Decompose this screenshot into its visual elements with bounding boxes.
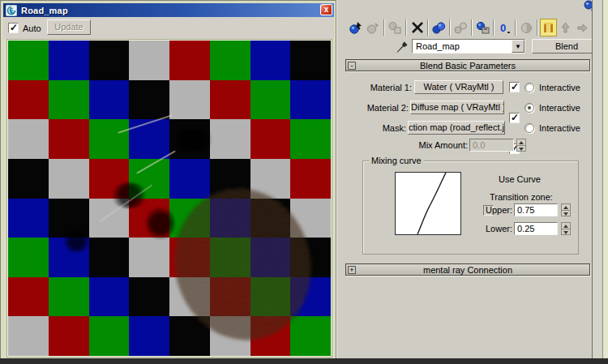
- mask-interactive-radio[interactable]: [525, 123, 534, 133]
- material2-button[interactable]: Diffuse map ( VRayMtl ): [410, 101, 504, 114]
- toolbar-divider: [493, 19, 495, 36]
- toolbar-divider: [383, 19, 385, 36]
- use-curve-label: Use Curve: [499, 174, 541, 184]
- checker-cell: [8, 41, 49, 80]
- checker-cell: [250, 41, 291, 80]
- checker-cell: [290, 80, 331, 120]
- transition-zone-label: Transition zone:: [490, 192, 553, 202]
- put-to-library-icon[interactable]: [474, 19, 491, 36]
- preview-toolbar: Auto Update: [3, 17, 334, 39]
- material2-interactive-label: Interactive: [539, 103, 580, 113]
- auto-checkbox-label: Auto: [23, 24, 41, 33]
- material-preview: [7, 40, 332, 357]
- checker-cell: [49, 41, 89, 80]
- mixing-curve-group-label: Mixing curve: [369, 156, 424, 165]
- material1-enable-checkbox[interactable]: [509, 82, 520, 92]
- rollout-title: mental ray Connection: [346, 265, 589, 275]
- mask-label: Mask:: [349, 123, 406, 133]
- upper-spinner[interactable]: [561, 203, 571, 216]
- checker-cell: [8, 277, 49, 317]
- material-sample-sphere: [28, 65, 322, 357]
- window-titlebar[interactable]: Road_map x: [3, 3, 334, 17]
- material1-label: Material 1:: [340, 83, 412, 92]
- lower-spinner[interactable]: [561, 222, 571, 235]
- show-end-result-icon[interactable]: [540, 19, 557, 36]
- material1-interactive-radio[interactable]: [525, 83, 534, 92]
- texture-scratch: [136, 151, 176, 174]
- mix-amount-spinner[interactable]: [516, 139, 526, 152]
- material-editor-screen: ◄ ►: [0, 0, 608, 364]
- toolbar-divider: [427, 19, 429, 36]
- texture-blotch: [169, 130, 216, 150]
- texture-scratch: [118, 115, 172, 135]
- material-id-channel-icon[interactable]: 0: [496, 19, 513, 36]
- toolbar-divider: [405, 19, 407, 36]
- checker-cell: [8, 80, 49, 120]
- checker-cell: [290, 41, 331, 80]
- window-title: Road_map: [21, 6, 68, 15]
- update-button[interactable]: Update: [47, 19, 91, 35]
- roadmap-preview-window: Road_map x Auto Update: [0, 0, 336, 359]
- mixing-curve-path: [396, 173, 460, 234]
- rollout-mental-ray-connection[interactable]: + mental ray Connection: [345, 263, 590, 276]
- material2-enable-checkbox[interactable]: [509, 113, 520, 123]
- show-map-in-viewport-icon[interactable]: [518, 19, 535, 36]
- window-frame-edge: [602, 0, 608, 364]
- go-forward-to-sibling-icon[interactable]: [574, 19, 591, 36]
- toolbar-divider: [449, 19, 451, 36]
- upper-field[interactable]: 0.75: [514, 203, 558, 216]
- toolbar-divider: [537, 19, 538, 36]
- assign-material-to-selection-icon[interactable]: [387, 19, 404, 36]
- mask-button[interactable]: ction map (road_reflect.jpg): [408, 121, 505, 135]
- toolbar-divider: [471, 19, 473, 36]
- rollout-blend-basic-parameters[interactable]: - Blend Basic Parameters: [345, 59, 590, 71]
- put-material-to-scene-icon[interactable]: [365, 19, 382, 36]
- texture-blotch: [63, 229, 90, 253]
- upper-label: Upper:: [462, 205, 512, 215]
- panel-edge-column: [593, 0, 602, 364]
- texture-blotch: [146, 206, 175, 241]
- material1-interactive-label: Interactive: [539, 83, 580, 92]
- mask-interactive-label: Interactive: [539, 123, 580, 133]
- mixing-curve-display: [395, 172, 461, 235]
- lower-label: Lower:: [462, 224, 512, 233]
- lower-field[interactable]: 0.25: [514, 222, 558, 235]
- reset-material-icon[interactable]: [409, 19, 426, 36]
- material2-interactive-radio[interactable]: [525, 103, 534, 113]
- window-app-icon: [6, 5, 17, 16]
- combo-dropdown-arrow[interactable]: ▼: [512, 40, 525, 53]
- make-unique-icon[interactable]: [452, 19, 469, 36]
- material-name-value: Road_map: [416, 41, 460, 51]
- desktop-edge-strip: [0, 358, 608, 364]
- go-to-parent-icon[interactable]: [557, 19, 574, 36]
- rollout-title: Blend Basic Parameters: [346, 61, 589, 71]
- close-icon[interactable]: x: [320, 4, 332, 15]
- toolbar-divider: [515, 19, 516, 36]
- get-material-icon[interactable]: [348, 19, 365, 36]
- svg-text:0: 0: [500, 22, 506, 34]
- pick-material-eyedropper-icon[interactable]: [396, 40, 409, 54]
- material2-label: Material 2:: [339, 103, 409, 113]
- mix-amount-label: Mix Amount:: [397, 140, 468, 150]
- auto-checkbox[interactable]: [8, 23, 19, 33]
- checker-cell: [8, 316, 49, 356]
- checker-cell: [290, 316, 331, 356]
- texture-blotch: [110, 182, 148, 209]
- material-name-combo[interactable]: Road_map ▼: [412, 39, 525, 54]
- mix-amount-field[interactable]: 0.0: [469, 139, 514, 152]
- material1-button[interactable]: Water ( VRayMtl ): [414, 80, 503, 94]
- material-editor-toolbar: 0: [348, 18, 591, 37]
- make-material-copy-icon[interactable]: [430, 19, 447, 36]
